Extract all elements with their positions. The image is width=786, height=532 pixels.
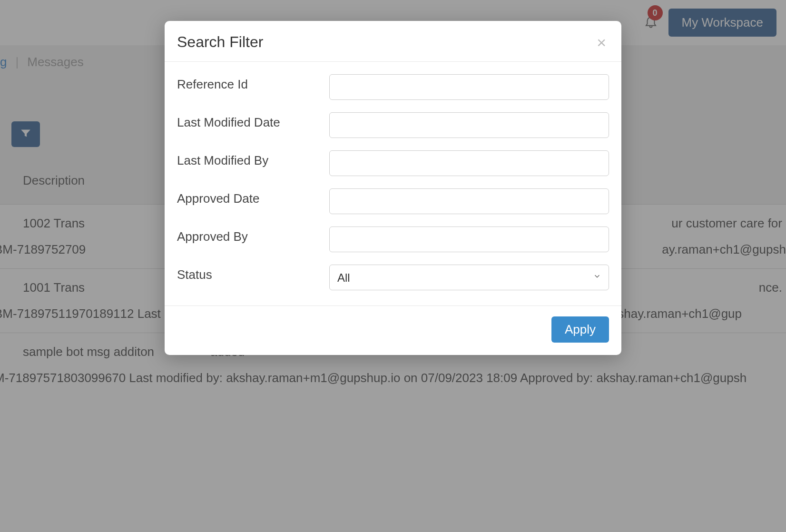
label-reference-id: Reference Id [177,74,329,92]
label-status: Status [177,265,329,282]
approved-date-input[interactable] [329,188,609,214]
modal-close-button[interactable]: × [594,34,609,50]
modal-footer: Apply [165,305,621,355]
label-last-modified-date: Last Modified Date [177,112,329,130]
modal-body: Reference Id Last Modified Date Last Mod… [165,62,621,305]
label-last-modified-by: Last Modified By [177,150,329,168]
approved-by-input[interactable] [329,227,609,252]
status-select[interactable]: All [329,265,609,290]
last-modified-by-input[interactable] [329,150,609,176]
reference-id-input[interactable] [329,74,609,100]
modal-header: Search Filter × [165,21,621,62]
last-modified-date-input[interactable] [329,112,609,138]
modal-overlay: Search Filter × Reference Id Last Modifi… [0,0,786,532]
apply-button[interactable]: Apply [551,316,609,343]
label-approved-by: Approved By [177,227,329,244]
close-icon: × [597,33,606,51]
label-approved-date: Approved Date [177,188,329,206]
modal-title: Search Filter [177,33,263,51]
search-filter-modal: Search Filter × Reference Id Last Modifi… [165,21,621,355]
